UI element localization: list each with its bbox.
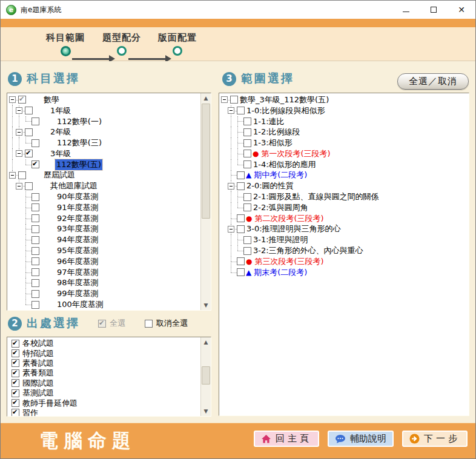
list-item-label[interactable]: 素養試題 — [22, 358, 54, 369]
tree-row[interactable]: 112數學(一) — [9, 116, 200, 127]
tree-expander-icon[interactable] — [9, 172, 16, 179]
tree-checkbox[interactable] — [237, 171, 245, 179]
tree-item-label[interactable]: 91年度基測 — [57, 202, 99, 213]
tree-item-label[interactable]: 90年度基測 — [57, 191, 99, 202]
tree-item-label[interactable]: 95年度基測 — [57, 245, 99, 256]
tree-checkbox[interactable] — [18, 171, 26, 179]
tree-row[interactable]: 112數學(三) — [9, 137, 200, 148]
tree-checkbox[interactable] — [243, 128, 251, 136]
tree-item-label[interactable]: 3年級 — [50, 148, 71, 159]
tree-checkbox[interactable] — [237, 268, 245, 276]
home-button[interactable]: 回主頁 — [254, 431, 319, 447]
tree-item-label[interactable]: 1-4:相似形的應用 — [253, 159, 316, 170]
tree-item-label[interactable]: 92年度基測 — [57, 213, 99, 224]
tree-checkbox[interactable] — [18, 96, 26, 104]
tree-item-label[interactable]: 97年度基測 — [57, 267, 99, 278]
tree-expander-icon[interactable] — [16, 129, 22, 136]
tree-checkbox[interactable] — [237, 214, 245, 222]
tree-row[interactable]: 2-2:弧與圓周角 — [221, 202, 469, 213]
tree-item-label[interactable]: 第三次段考(三段考) — [254, 256, 323, 267]
list-item-label[interactable]: 特招試題 — [22, 348, 54, 359]
subject-tree-scrollbar[interactable]: ▲ ▼ — [200, 93, 211, 310]
tree-row[interactable]: 90年度基測 — [9, 191, 200, 202]
scroll-up-icon[interactable]: ▲ — [201, 93, 211, 103]
list-checkbox[interactable] — [12, 340, 19, 348]
tree-checkbox[interactable] — [31, 214, 39, 222]
tree-item-label[interactable]: 數學 — [44, 94, 59, 105]
tree-checkbox[interactable] — [25, 182, 33, 190]
tree-checkbox[interactable] — [31, 139, 39, 147]
list-checkbox[interactable] — [12, 389, 19, 397]
tree-expander-icon[interactable] — [228, 107, 234, 114]
list-item[interactable]: 素養類題 — [9, 368, 200, 378]
tree-row[interactable]: 93年度基測 — [9, 224, 200, 235]
tree-row[interactable]: 3-1:推理與證明 — [221, 234, 469, 245]
help-button[interactable]: 輔助說明 — [328, 431, 394, 447]
tree-expander-icon[interactable] — [221, 96, 228, 103]
list-item-label[interactable]: 基測試題 — [22, 388, 54, 398]
tree-item-label[interactable]: 歷屆試題 — [44, 170, 75, 180]
tree-row[interactable]: 1-2:比例線段 — [221, 127, 469, 137]
list-item[interactable]: 特招試題 — [9, 348, 200, 358]
tree-row[interactable]: 2-1:圓形及點、直線與圓之間的關係 — [221, 191, 469, 202]
tree-row[interactable]: 100年度基測 — [9, 299, 200, 310]
tree-item-label[interactable]: 112數學(一) — [57, 116, 102, 127]
tree-item-label[interactable]: 94年度基測 — [57, 234, 99, 245]
tree-item-label[interactable]: 1-2:比例線段 — [253, 127, 300, 137]
tree-item-label[interactable]: 第一次段考(三段考) — [261, 148, 330, 159]
tree-row[interactable]: ●第三次段考(三段考) — [221, 256, 469, 267]
tree-row[interactable]: 98年度基測 — [9, 278, 200, 289]
tree-checkbox[interactable] — [31, 279, 39, 287]
tree-expander-icon[interactable] — [16, 107, 22, 114]
list-item-label[interactable]: 教師手冊延伸題 — [22, 398, 78, 409]
tree-row[interactable]: 1-1:連比 — [221, 116, 469, 127]
close-button[interactable]: ✕ — [448, 1, 475, 19]
tree-row[interactable]: ●第一次段考(三段考) — [221, 148, 469, 159]
tree-checkbox[interactable] — [243, 160, 251, 168]
list-checkbox[interactable] — [12, 399, 19, 407]
tree-row[interactable]: 歷屆試題 — [9, 170, 200, 181]
scroll-down-icon[interactable]: ▼ — [201, 300, 211, 310]
tree-checkbox[interactable] — [243, 193, 251, 201]
tree-checkbox[interactable] — [237, 107, 245, 114]
tree-item-label[interactable]: 1年級 — [50, 105, 71, 116]
tree-row[interactable]: 其他題庫試題 — [9, 180, 200, 191]
tree-row[interactable]: ▲期中考(二段考) — [221, 170, 469, 181]
tree-row[interactable]: 3年級 — [9, 148, 200, 159]
tree-checkbox[interactable] — [237, 225, 245, 233]
tree-row[interactable]: 1-0:比例線段與相似形 — [221, 105, 469, 116]
tree-checkbox[interactable] — [230, 96, 238, 104]
tree-item-label[interactable]: 2-1:圓形及點、直線與圓之間的關係 — [253, 191, 379, 202]
tree-row[interactable]: 96年度基測 — [9, 256, 200, 267]
tree-checkbox[interactable] — [237, 257, 245, 265]
tree-checkbox[interactable] — [31, 225, 39, 233]
tree-expander-icon[interactable] — [16, 150, 22, 157]
tree-checkbox[interactable] — [31, 236, 39, 244]
tree-item-label[interactable]: 1-0:比例線段與相似形 — [246, 105, 325, 116]
tree-checkbox[interactable] — [31, 268, 39, 276]
list-item-label[interactable]: 素養類題 — [22, 368, 54, 378]
tree-expander-icon[interactable] — [228, 183, 234, 190]
list-item-label[interactable]: 習作 — [22, 408, 38, 416]
scrollbar-thumb[interactable] — [202, 366, 210, 385]
tree-row[interactable]: 95年度基測 — [9, 245, 200, 256]
tree-row[interactable]: 3-0:推理證明與三角形的心 — [221, 224, 469, 235]
tree-checkbox[interactable] — [31, 117, 39, 125]
tree-checkbox[interactable] — [243, 203, 251, 211]
scroll-down-icon[interactable]: ▼ — [201, 406, 211, 416]
tree-item-label[interactable]: 98年度基測 — [57, 277, 99, 288]
step-layout-config[interactable]: 版面配置 — [148, 32, 207, 56]
list-checkbox[interactable] — [12, 379, 19, 387]
maximize-button[interactable] — [420, 1, 448, 19]
tree-checkbox[interactable] — [243, 139, 251, 147]
scrollbar-thumb[interactable] — [202, 104, 210, 219]
deselect-all-checkbox[interactable] — [145, 320, 153, 328]
step-subject-range[interactable]: 科目範圍 — [36, 32, 94, 56]
tree-checkbox[interactable] — [31, 257, 39, 265]
tree-item-label[interactable]: 期中考(二段考) — [254, 170, 307, 180]
select-all-toggle-button[interactable]: 全選／取消 — [397, 73, 469, 90]
tree-checkbox[interactable] — [237, 182, 245, 190]
tree-row[interactable]: 數學 — [9, 94, 200, 105]
tree-checkbox[interactable] — [31, 247, 39, 255]
tree-item-label[interactable]: 3-2:三角形的外心、內心與重心 — [253, 245, 363, 256]
